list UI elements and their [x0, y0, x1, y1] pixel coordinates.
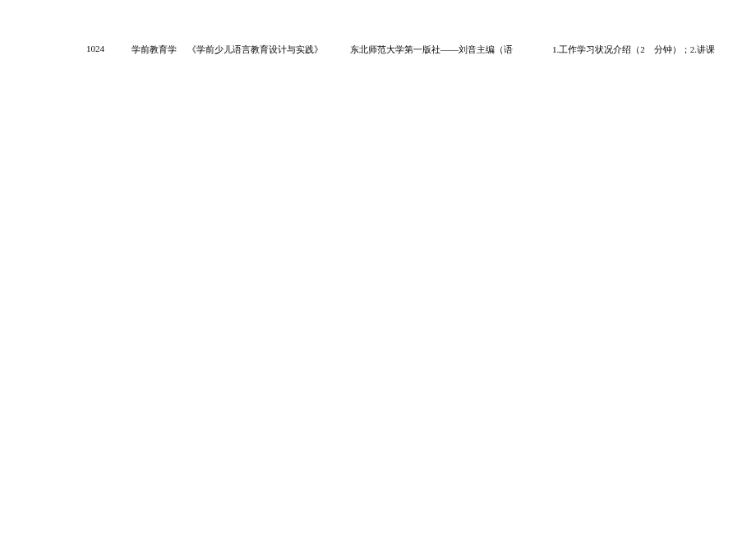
cell-publisher: 东北师范大学第一版社——刘音主编（语: [350, 44, 513, 56]
cell-major: 学前教育学: [131, 44, 177, 56]
cell-description: 1.工作学习状况介绍（2 分钟）；2.讲课: [552, 44, 715, 56]
cell-title: 《学前少儿语言教育设计与实践》: [187, 44, 323, 56]
cell-id: 1024: [86, 44, 104, 53]
